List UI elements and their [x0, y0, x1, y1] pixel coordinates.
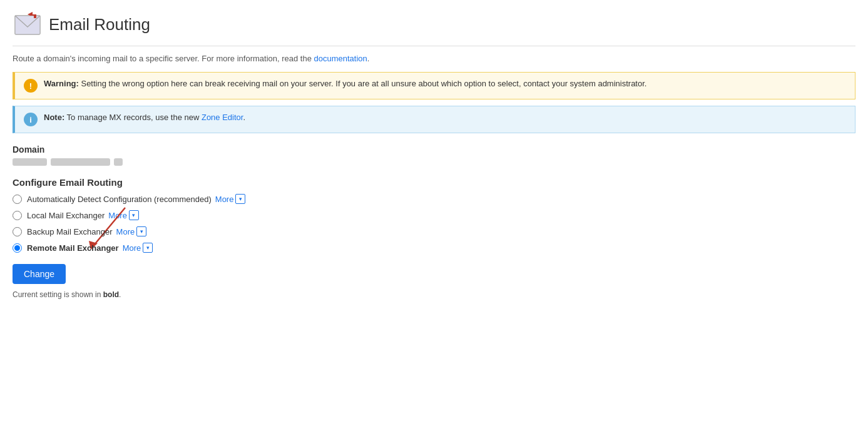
current-setting-note: Current setting is shown in bold.: [13, 290, 855, 299]
domain-bar-1: [13, 158, 47, 166]
radio-option-local: Local Mail Exchanger More ▾: [13, 210, 855, 220]
more-link-remote[interactable]: More ▾: [123, 243, 153, 253]
radio-backup[interactable]: [13, 227, 22, 236]
zone-editor-link[interactable]: Zone Editor: [202, 113, 243, 122]
warning-icon: !: [24, 79, 38, 93]
dropdown-arrow-remote: ▾: [143, 243, 153, 253]
radio-option-auto: Automatically Detect Configuration (reco…: [13, 194, 855, 204]
radio-option-remote: Remote Mail Exchanger More ▾: [13, 243, 855, 253]
note-banner: i Note: To manage MX records, use the ne…: [13, 106, 855, 133]
configure-section: Configure Email Routing Automatically De…: [13, 177, 855, 299]
more-link-auto[interactable]: More ▾: [215, 194, 246, 204]
radio-auto[interactable]: [13, 195, 22, 204]
domain-bar-3: [114, 158, 123, 166]
radio-remote-label[interactable]: Remote Mail Exchanger: [27, 243, 119, 253]
page-header: Email Routing: [13, 9, 855, 46]
domain-label: Domain: [13, 145, 855, 155]
domain-placeholder: [13, 158, 855, 166]
email-routing-icon: [13, 9, 43, 39]
dropdown-arrow-local: ▾: [129, 210, 139, 220]
radio-group: Automatically Detect Configuration (reco…: [13, 194, 855, 253]
radio-option-backup: Backup Mail Exchanger More ▾: [13, 226, 855, 236]
page-description: Route a domain's incoming mail to a spec…: [13, 54, 855, 63]
note-text: Note: To manage MX records, use the new …: [44, 113, 245, 122]
radio-backup-label[interactable]: Backup Mail Exchanger: [27, 227, 113, 236]
radio-auto-label[interactable]: Automatically Detect Configuration (reco…: [27, 195, 212, 204]
more-link-backup[interactable]: More ▾: [116, 226, 147, 236]
radio-local[interactable]: [13, 211, 22, 220]
warning-banner: ! Warning: Setting the wrong option here…: [13, 72, 855, 99]
domain-section: Domain: [13, 145, 855, 166]
dropdown-arrow-auto: ▾: [235, 194, 245, 204]
page-title: Email Routing: [49, 15, 150, 34]
radio-local-label[interactable]: Local Mail Exchanger: [27, 211, 105, 220]
more-link-local[interactable]: More ▾: [108, 210, 139, 220]
domain-bar-2: [51, 158, 110, 166]
dropdown-arrow-backup: ▾: [136, 226, 146, 236]
configure-title: Configure Email Routing: [13, 177, 855, 188]
warning-text: Warning: Setting the wrong option here c…: [44, 79, 646, 88]
note-icon: i: [24, 113, 38, 126]
documentation-link[interactable]: documentation: [314, 54, 367, 63]
change-button[interactable]: Change: [13, 264, 66, 284]
radio-remote[interactable]: [13, 243, 22, 253]
